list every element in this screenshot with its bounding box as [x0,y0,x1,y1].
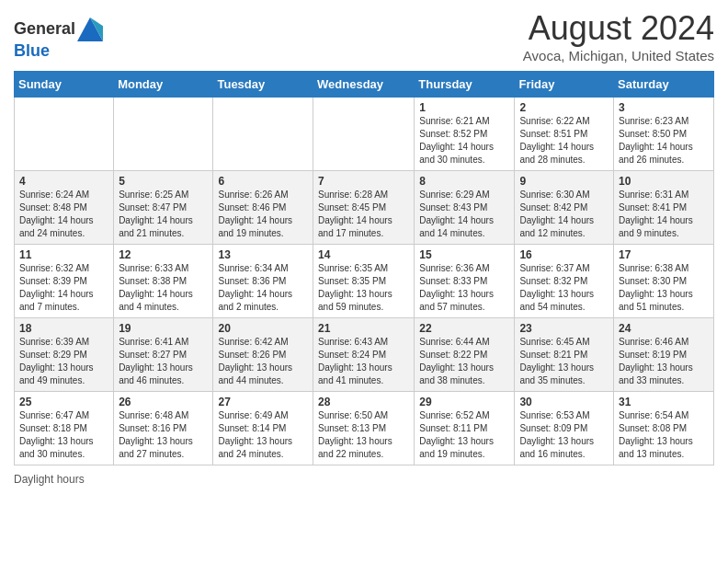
calendar-cell: 7Sunrise: 6:28 AM Sunset: 8:45 PM Daylig… [313,171,415,245]
day-number: 17 [619,248,709,261]
day-number: 12 [119,248,208,261]
day-number: 26 [119,396,208,408]
day-number: 15 [419,248,509,261]
logo-text: General Blue [14,17,103,61]
day-header-saturday: Saturday [614,72,714,98]
calendar-footer: Daylight hours [14,473,714,486]
cell-content: Sunrise: 6:39 AM Sunset: 8:29 PM Dayligh… [19,336,108,387]
calendar-cell: 24Sunrise: 6:46 AM Sunset: 8:19 PM Dayli… [614,318,714,392]
calendar-week-row: 11Sunrise: 6:32 AM Sunset: 8:39 PM Dayli… [15,245,714,318]
cell-content: Sunrise: 6:46 AM Sunset: 8:19 PM Dayligh… [619,336,709,387]
page-header: General Blue August 2024 Avoca, Michigan… [14,9,714,63]
cell-content: Sunrise: 6:50 AM Sunset: 8:13 PM Dayligh… [318,409,409,461]
cell-content: Sunrise: 6:48 AM Sunset: 8:16 PM Dayligh… [119,409,208,461]
calendar-week-row: 1Sunrise: 6:21 AM Sunset: 8:52 PM Daylig… [15,98,714,171]
day-number: 10 [619,175,709,188]
day-number: 31 [619,396,709,408]
logo: General Blue [14,17,103,61]
calendar-cell: 28Sunrise: 6:50 AM Sunset: 8:13 PM Dayli… [313,392,415,465]
day-header-thursday: Thursday [415,72,515,98]
cell-content: Sunrise: 6:45 AM Sunset: 8:21 PM Dayligh… [519,336,609,387]
calendar-week-row: 18Sunrise: 6:39 AM Sunset: 8:29 PM Dayli… [15,318,714,392]
day-number: 24 [619,322,709,335]
calendar-cell: 8Sunrise: 6:29 AM Sunset: 8:43 PM Daylig… [415,171,515,245]
calendar-cell: 26Sunrise: 6:48 AM Sunset: 8:16 PM Dayli… [114,392,213,465]
day-number: 6 [218,175,308,188]
calendar-cell: 12Sunrise: 6:33 AM Sunset: 8:38 PM Dayli… [114,245,213,318]
calendar-cell [114,98,213,171]
day-number: 23 [519,322,609,335]
calendar-cell: 18Sunrise: 6:39 AM Sunset: 8:29 PM Dayli… [15,318,114,392]
calendar-cell: 10Sunrise: 6:31 AM Sunset: 8:41 PM Dayli… [614,171,714,245]
calendar-cell: 19Sunrise: 6:41 AM Sunset: 8:27 PM Dayli… [114,318,213,392]
day-number: 14 [318,248,409,261]
calendar-cell: 15Sunrise: 6:36 AM Sunset: 8:33 PM Dayli… [415,245,515,318]
calendar-cell: 1Sunrise: 6:21 AM Sunset: 8:52 PM Daylig… [415,98,515,171]
cell-content: Sunrise: 6:36 AM Sunset: 8:33 PM Dayligh… [419,262,509,314]
calendar-cell: 3Sunrise: 6:23 AM Sunset: 8:50 PM Daylig… [614,98,714,171]
day-number: 18 [19,322,108,335]
calendar-cell: 21Sunrise: 6:43 AM Sunset: 8:24 PM Dayli… [313,318,415,392]
cell-content: Sunrise: 6:23 AM Sunset: 8:50 PM Dayligh… [619,115,709,167]
calendar-cell: 4Sunrise: 6:24 AM Sunset: 8:48 PM Daylig… [15,171,114,245]
calendar-header-row: SundayMondayTuesdayWednesdayThursdayFrid… [15,72,714,98]
cell-content: Sunrise: 6:38 AM Sunset: 8:30 PM Dayligh… [619,262,709,314]
day-number: 5 [119,175,208,188]
calendar-cell: 27Sunrise: 6:49 AM Sunset: 8:14 PM Dayli… [213,392,313,465]
day-number: 28 [318,396,409,408]
cell-content: Sunrise: 6:43 AM Sunset: 8:24 PM Dayligh… [318,336,409,387]
day-number: 21 [318,322,409,335]
calendar-cell: 23Sunrise: 6:45 AM Sunset: 8:21 PM Dayli… [515,318,614,392]
day-number: 16 [519,248,609,261]
cell-content: Sunrise: 6:28 AM Sunset: 8:45 PM Dayligh… [318,189,409,240]
calendar-cell: 29Sunrise: 6:52 AM Sunset: 8:11 PM Dayli… [415,392,515,465]
calendar-cell: 22Sunrise: 6:44 AM Sunset: 8:22 PM Dayli… [415,318,515,392]
day-number: 13 [218,248,308,261]
calendar-cell: 25Sunrise: 6:47 AM Sunset: 8:18 PM Dayli… [15,392,114,465]
calendar-cell: 17Sunrise: 6:38 AM Sunset: 8:30 PM Dayli… [614,245,714,318]
calendar-cell: 16Sunrise: 6:37 AM Sunset: 8:32 PM Dayli… [515,245,614,318]
location-subtitle: Avoca, Michigan, United States [523,48,714,63]
cell-content: Sunrise: 6:34 AM Sunset: 8:36 PM Dayligh… [218,262,308,314]
logo-icon [77,17,103,42]
cell-content: Sunrise: 6:44 AM Sunset: 8:22 PM Dayligh… [419,336,509,387]
calendar-cell: 2Sunrise: 6:22 AM Sunset: 8:51 PM Daylig… [515,98,614,171]
day-number: 2 [519,101,609,114]
day-number: 1 [419,101,509,114]
calendar-table: SundayMondayTuesdayWednesdayThursdayFrid… [14,71,714,465]
calendar-cell: 31Sunrise: 6:54 AM Sunset: 8:08 PM Dayli… [614,392,714,465]
day-number: 11 [19,248,108,261]
cell-content: Sunrise: 6:49 AM Sunset: 8:14 PM Dayligh… [218,409,308,461]
calendar-cell: 14Sunrise: 6:35 AM Sunset: 8:35 PM Dayli… [313,245,415,318]
logo-blue: Blue [14,41,50,60]
day-number: 30 [519,396,609,408]
day-number: 22 [419,322,509,335]
calendar-week-row: 4Sunrise: 6:24 AM Sunset: 8:48 PM Daylig… [15,171,714,245]
cell-content: Sunrise: 6:29 AM Sunset: 8:43 PM Dayligh… [419,189,509,240]
day-header-monday: Monday [114,72,213,98]
cell-content: Sunrise: 6:35 AM Sunset: 8:35 PM Dayligh… [318,262,409,314]
day-header-friday: Friday [515,72,614,98]
calendar-cell [313,98,415,171]
cell-content: Sunrise: 6:42 AM Sunset: 8:26 PM Dayligh… [218,336,308,387]
day-number: 20 [218,322,308,335]
calendar-cell: 6Sunrise: 6:26 AM Sunset: 8:46 PM Daylig… [213,171,313,245]
calendar-cell: 9Sunrise: 6:30 AM Sunset: 8:42 PM Daylig… [515,171,614,245]
calendar-cell: 30Sunrise: 6:53 AM Sunset: 8:09 PM Dayli… [515,392,614,465]
day-number: 29 [419,396,509,408]
cell-content: Sunrise: 6:31 AM Sunset: 8:41 PM Dayligh… [619,189,709,240]
calendar-cell: 13Sunrise: 6:34 AM Sunset: 8:36 PM Dayli… [213,245,313,318]
day-number: 27 [218,396,308,408]
day-header-sunday: Sunday [15,72,114,98]
day-number: 9 [519,175,609,188]
day-number: 4 [19,175,108,188]
calendar-cell: 11Sunrise: 6:32 AM Sunset: 8:39 PM Dayli… [15,245,114,318]
cell-content: Sunrise: 6:22 AM Sunset: 8:51 PM Dayligh… [519,115,609,167]
calendar-cell [15,98,114,171]
day-number: 19 [119,322,208,335]
cell-content: Sunrise: 6:26 AM Sunset: 8:46 PM Dayligh… [218,189,308,240]
calendar-cell: 5Sunrise: 6:25 AM Sunset: 8:47 PM Daylig… [114,171,213,245]
cell-content: Sunrise: 6:54 AM Sunset: 8:08 PM Dayligh… [619,409,709,461]
day-number: 8 [419,175,509,188]
day-number: 25 [19,396,108,408]
